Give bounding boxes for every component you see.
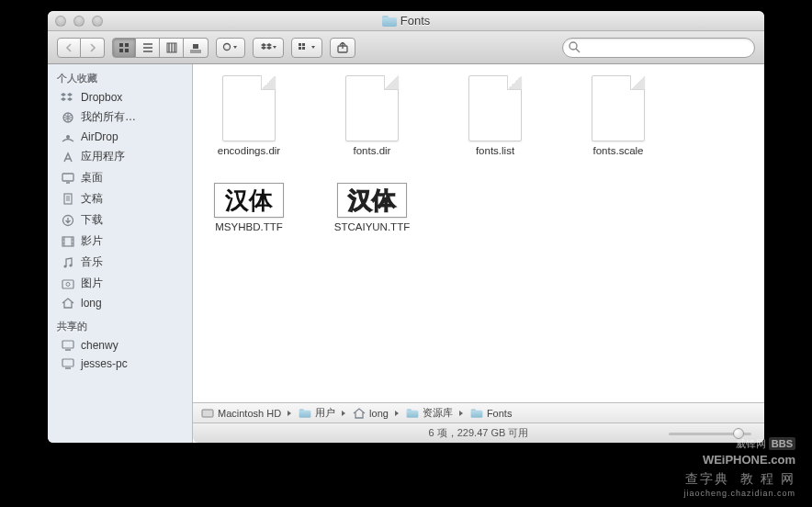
desktop-icon — [61, 172, 75, 185]
chevron-right-icon — [457, 410, 465, 417]
svg-rect-25 — [202, 410, 213, 417]
window-title: Fonts — [382, 14, 431, 28]
breadcrumb-item[interactable]: Fonts — [469, 407, 513, 420]
svg-rect-15 — [62, 174, 73, 181]
svg-rect-23 — [62, 341, 73, 348]
svg-rect-3 — [125, 49, 129, 52]
svg-rect-7 — [299, 43, 301, 46]
body: 个人收藏 Dropbox我的所有…AirDrop应用程序桌面文稿下载影片音乐图片… — [48, 64, 764, 443]
nav-buttons — [57, 38, 105, 58]
svg-point-20 — [69, 264, 72, 266]
arrange-menu-button[interactable] — [291, 38, 322, 58]
file-label: fonts.list — [476, 145, 514, 157]
file-grid[interactable]: encodings.dirfonts.dirfonts.listfonts.sc… — [193, 64, 764, 402]
back-button[interactable] — [57, 38, 81, 58]
svg-point-14 — [66, 135, 70, 139]
coverflow-view-button[interactable] — [184, 38, 209, 58]
sidebar-header-favorites: 个人收藏 — [48, 64, 192, 88]
watermark-weifeng: 威锋网 BBS WEiPHONE.com — [703, 437, 795, 468]
sidebar-item-label: 影片 — [81, 233, 103, 249]
action-menu-button[interactable] — [216, 38, 245, 58]
sidebar-item-label: jesses-pc — [81, 357, 128, 370]
sidebar-item-chenwy[interactable]: chenwy — [48, 336, 192, 355]
file-item[interactable]: 汉体MSYHBD.TTF — [208, 183, 290, 233]
sidebar-item-下载[interactable]: 下载 — [48, 209, 192, 231]
sidebar-item-音乐[interactable]: 音乐 — [48, 252, 192, 273]
breadcrumb-item[interactable]: long — [352, 407, 389, 420]
svg-rect-5 — [193, 44, 198, 49]
sidebar-item-label: Dropbox — [81, 91, 122, 104]
window-title-text: Fonts — [400, 14, 431, 28]
svg-point-19 — [63, 265, 66, 267]
file-label: fonts.dir — [354, 145, 391, 157]
svg-rect-10 — [302, 47, 305, 50]
watermark-chazidian: 查字典 教 程 网 jiaocheng.chazidian.com — [683, 470, 795, 500]
font-icon: 汉体 — [337, 183, 407, 218]
breadcrumb-item[interactable]: 资源库 — [405, 406, 453, 420]
svg-rect-24 — [62, 359, 73, 366]
sidebar-item-图片[interactable]: 图片 — [48, 273, 192, 294]
list-view-button[interactable] — [136, 38, 160, 58]
music-icon — [61, 256, 75, 269]
sidebar-item-label: 文稿 — [81, 191, 103, 207]
svg-rect-1 — [125, 43, 129, 47]
icon-view-button[interactable] — [112, 38, 136, 58]
svg-point-12 — [570, 42, 577, 50]
search-input[interactable] — [562, 38, 755, 58]
column-view-button[interactable] — [160, 38, 184, 58]
finder-window: Fonts 个人收藏 Dropbox我的所有…AirDrop应用程序桌面文稿下载… — [48, 11, 764, 443]
sidebar-item-桌面[interactable]: 桌面 — [48, 167, 192, 188]
titlebar: Fonts — [48, 11, 764, 31]
sidebar-item-label: AirDrop — [81, 130, 118, 143]
sidebar-item-long[interactable]: long — [48, 294, 192, 312]
document-icon — [345, 75, 399, 141]
breadcrumb-label: long — [369, 408, 389, 419]
dropbox-menu-button[interactable] — [253, 38, 284, 58]
sidebar-item-我的所有…[interactable]: 我的所有… — [48, 107, 192, 128]
document-icon — [468, 75, 522, 141]
breadcrumb-item[interactable]: Macintosh HD — [200, 407, 281, 420]
sidebar-item-label: long — [81, 297, 102, 310]
content-area: encodings.dirfonts.dirfonts.listfonts.sc… — [193, 64, 764, 443]
toolbar — [48, 31, 764, 64]
share-button[interactable] — [330, 38, 355, 58]
sidebar-item-影片[interactable]: 影片 — [48, 231, 192, 252]
folder-icon — [405, 407, 420, 420]
breadcrumb-label: 用户 — [315, 406, 335, 420]
file-item[interactable]: fonts.scale — [577, 75, 660, 157]
sidebar-item-文稿[interactable]: 文稿 — [48, 188, 192, 209]
movies-icon — [61, 235, 75, 248]
font-icon: 汉体 — [214, 183, 284, 218]
pc-icon — [61, 357, 75, 370]
breadcrumb-item[interactable]: 用户 — [298, 406, 335, 420]
sidebar-item-label: 图片 — [81, 276, 103, 291]
svg-rect-21 — [62, 280, 73, 288]
file-item[interactable]: fonts.dir — [331, 75, 413, 157]
file-item[interactable]: encodings.dir — [208, 75, 290, 157]
close-button[interactable] — [55, 16, 66, 27]
svg-rect-2 — [119, 49, 123, 52]
sidebar-item-label: 音乐 — [81, 254, 103, 270]
svg-rect-8 — [302, 43, 305, 46]
file-item[interactable]: 汉体STCAIYUN.TTF — [331, 183, 413, 233]
search-field-wrap — [562, 38, 755, 58]
svg-rect-0 — [119, 43, 123, 47]
breadcrumb-label: Fonts — [487, 408, 513, 419]
status-text: 6 项，229.47 GB 可用 — [429, 426, 529, 440]
sidebar-item-jesses-pc[interactable]: jesses-pc — [48, 355, 192, 373]
sidebar-item-dropbox[interactable]: Dropbox — [48, 88, 192, 107]
status-bar: 6 项，229.47 GB 可用 — [193, 422, 764, 443]
file-label: fonts.scale — [593, 145, 644, 157]
sidebar-item-airdrop[interactable]: AirDrop — [48, 128, 192, 146]
file-item[interactable]: fonts.list — [454, 75, 536, 157]
forward-button[interactable] — [81, 38, 105, 58]
breadcrumb-label: 资源库 — [423, 406, 453, 420]
sidebar-item-应用程序[interactable]: 应用程序 — [48, 146, 192, 167]
document-icon — [592, 75, 645, 141]
folder-icon — [382, 16, 397, 27]
breadcrumb-label: Macintosh HD — [218, 408, 281, 419]
folder-icon — [298, 407, 312, 420]
minimize-button[interactable] — [73, 16, 85, 27]
zoom-button[interactable] — [92, 16, 103, 27]
sidebar-item-label: 我的所有… — [81, 109, 136, 125]
